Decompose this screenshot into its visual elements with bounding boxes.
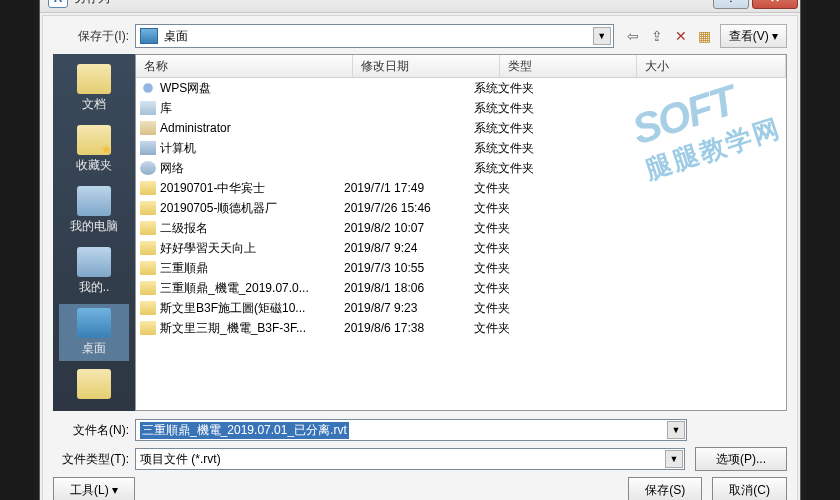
file-row[interactable]: Administrator系统文件夹	[136, 118, 786, 138]
filename-input[interactable]: 三重順鼎_機電_2019.07.01_已分离.rvt ▼	[135, 419, 687, 441]
net-icon	[77, 247, 111, 277]
titlebar[interactable]: R 另存为 ? ✕	[40, 0, 800, 13]
sidebar-item-network[interactable]: 我的..	[59, 243, 129, 300]
file-row[interactable]: 计算机系统文件夹	[136, 138, 786, 158]
fold-icon	[77, 369, 111, 399]
file-row[interactable]: 20190701-中华宾士2019/7/1 17:49文件夹	[136, 178, 786, 198]
file-list-panel: SOFT 腿腿教学网 名称 修改日期 类型 大小 WPS网盘系统文件夹库系统文件…	[135, 54, 787, 411]
folder-icon	[140, 221, 156, 235]
user-icon	[140, 121, 156, 135]
view-button[interactable]: 查看(V) ▾	[720, 24, 787, 48]
file-list[interactable]: WPS网盘系统文件夹库系统文件夹Administrator系统文件夹计算机系统文…	[136, 78, 786, 338]
app-icon: R	[48, 0, 68, 8]
folder-icon	[140, 261, 156, 275]
lib-icon	[140, 101, 156, 115]
cloud-icon	[140, 81, 156, 95]
sidebar-item-folder[interactable]	[59, 365, 129, 405]
col-type[interactable]: 类型	[500, 55, 637, 77]
sidebar-item-mycomputer[interactable]: 我的电脑	[59, 182, 129, 239]
save-in-combo[interactable]: 桌面 ▼	[135, 24, 614, 48]
chevron-down-icon[interactable]: ▼	[667, 421, 685, 439]
chevron-down-icon[interactable]: ▼	[593, 27, 611, 45]
col-name[interactable]: 名称	[136, 55, 353, 77]
filetype-label: 文件类型(T):	[53, 451, 129, 468]
file-row[interactable]: 二级报名2019/8/2 10:07文件夹	[136, 218, 786, 238]
delete-icon[interactable]: ✕	[672, 27, 690, 45]
file-row[interactable]: 斯文里三期_機電_B3F-3F...2019/8/6 17:38文件夹	[136, 318, 786, 338]
net-icon	[140, 161, 156, 175]
pc-icon	[77, 186, 111, 216]
sidebar-item-desktop[interactable]: 桌面	[59, 304, 129, 361]
tools-button[interactable]: 工具(L) ▾	[53, 477, 135, 500]
file-row[interactable]: 三重順鼎_機電_2019.07.0...2019/8/1 18:06文件夹	[136, 278, 786, 298]
file-row[interactable]: 斯文里B3F施工圖(矩磁10...2019/8/7 9:23文件夹	[136, 298, 786, 318]
filename-label: 文件名(N):	[53, 422, 129, 439]
fav-icon	[77, 125, 111, 155]
folder-icon	[140, 181, 156, 195]
filetype-value: 项目文件 (*.rvt)	[140, 451, 221, 468]
file-row[interactable]: 网络系统文件夹	[136, 158, 786, 178]
cancel-button[interactable]: 取消(C)	[712, 477, 787, 500]
folder-icon	[140, 281, 156, 295]
col-date[interactable]: 修改日期	[353, 55, 500, 77]
sidebar-item-documents[interactable]: 文档	[59, 60, 129, 117]
folder-icon	[140, 321, 156, 335]
sidebar-item-favorites[interactable]: 收藏夹	[59, 121, 129, 178]
new-folder-icon[interactable]: ▦	[696, 27, 714, 45]
filetype-combo[interactable]: 项目文件 (*.rvt) ▼	[135, 448, 685, 470]
col-size[interactable]: 大小	[637, 55, 786, 77]
file-row[interactable]: 20190705-顺德机器厂2019/7/26 15:46文件夹	[136, 198, 786, 218]
file-row[interactable]: WPS网盘系统文件夹	[136, 78, 786, 98]
places-sidebar: 文档收藏夹我的电脑我的..桌面	[53, 54, 135, 411]
file-row[interactable]: 库系统文件夹	[136, 98, 786, 118]
up-icon[interactable]: ⇪	[648, 27, 666, 45]
filename-value: 三重順鼎_機電_2019.07.01_已分离.rvt	[140, 422, 349, 439]
options-button[interactable]: 选项(P)...	[695, 447, 787, 471]
close-button[interactable]: ✕	[752, 0, 798, 9]
desktop-icon	[140, 28, 158, 44]
save-in-label: 保存于(I):	[53, 28, 129, 45]
window-title: 另存为	[74, 0, 710, 7]
file-row[interactable]: 好好學習天天向上2019/8/7 9:24文件夹	[136, 238, 786, 258]
pc-icon	[140, 141, 156, 155]
back-icon[interactable]: ⇦	[624, 27, 642, 45]
nav-toolbar: ⇦ ⇪ ✕ ▦	[624, 27, 714, 45]
save-in-value: 桌面	[164, 28, 188, 45]
chevron-down-icon[interactable]: ▼	[665, 450, 683, 468]
save-as-dialog: R 另存为 ? ✕ 保存于(I): 桌面 ▼ ⇦ ⇪ ✕ ▦ 查看(V) ▾ 文…	[39, 0, 801, 500]
folder-icon	[140, 201, 156, 215]
desk-icon	[77, 308, 111, 338]
help-button[interactable]: ?	[713, 0, 749, 9]
column-headers[interactable]: 名称 修改日期 类型 大小	[136, 55, 786, 78]
doc-icon	[77, 64, 111, 94]
file-row[interactable]: 三重順鼎2019/7/3 10:55文件夹	[136, 258, 786, 278]
folder-icon	[140, 241, 156, 255]
save-button[interactable]: 保存(S)	[628, 477, 702, 500]
folder-icon	[140, 301, 156, 315]
